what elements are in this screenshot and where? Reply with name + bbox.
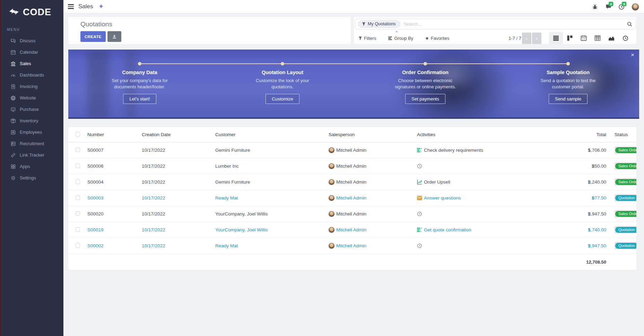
graph-view-button[interactable] [604, 32, 618, 44]
column-header-salesperson[interactable]: Salesperson [324, 132, 413, 137]
lets-start-button[interactable]: Let's start! [123, 94, 156, 104]
cell-number: S00006 [83, 163, 138, 169]
sidebar-item-invoicing[interactable]: Invoicing [1, 81, 63, 92]
calendar-view-button[interactable] [577, 32, 591, 44]
checklist-activity-icon [417, 148, 422, 153]
chart-activity-icon [417, 179, 422, 185]
table-row[interactable]: S00004 10/17/2022 Gemini Furniture Mitch… [68, 174, 636, 190]
cell-status: Sales Order [610, 210, 636, 218]
sidebar-item-label: Calendar [20, 50, 38, 55]
row-checkbox[interactable] [76, 195, 80, 200]
table-row[interactable]: S00019 10/17/2022 YourCompany, Joel Will… [68, 222, 636, 238]
messages-icon[interactable]: 5 [605, 4, 611, 10]
sidebar-item-settings[interactable]: Settings [1, 172, 63, 184]
filter-facet[interactable]: My Quotations [358, 20, 400, 28]
status-badge: Sales Order [615, 147, 636, 153]
cell-status: Sales Order [610, 147, 636, 154]
download-icon [112, 34, 117, 39]
timeline-dot [424, 62, 427, 65]
sidebar-item-label: Purchase [20, 107, 39, 112]
sidebar-item-apps[interactable]: Apps [1, 161, 63, 172]
activities-clock-icon[interactable]: 8 [618, 4, 625, 10]
search-input[interactable] [404, 21, 627, 27]
group-by-button[interactable]: Group By [388, 36, 413, 41]
column-header-number[interactable]: Number [83, 132, 138, 137]
salesperson-avatar [329, 179, 334, 185]
export-button[interactable] [107, 31, 121, 42]
status-badge: Sales Order [615, 163, 636, 169]
banner-close-icon[interactable]: × [631, 52, 634, 59]
table-row[interactable]: S00007 10/17/2022 Gemini Furniture Mitch… [68, 142, 636, 158]
activity-view-icon [623, 35, 628, 41]
row-checkbox[interactable] [76, 211, 80, 216]
send-sample-button[interactable]: Send sample [549, 94, 588, 104]
table-row[interactable]: S00020 10/17/2022 YourCompany, Joel Will… [68, 206, 636, 222]
row-checkbox[interactable] [76, 179, 80, 184]
favorites-button[interactable]: ★ Favorites [425, 36, 449, 41]
cell-activity[interactable] [413, 211, 538, 216]
column-header-activities[interactable]: Activities [413, 132, 538, 137]
clock-activity-icon [417, 211, 422, 216]
table-row[interactable]: S00006 10/17/2022 Lumber Inc Mitchell Ad… [68, 158, 636, 174]
filters-button[interactable]: Filters [358, 36, 376, 41]
table-row[interactable]: S00002 10/17/2022 Ready Mat Mitchell Adm… [68, 238, 636, 254]
cell-status: Sales Order [610, 162, 636, 170]
column-header-status[interactable]: Status [610, 132, 636, 137]
row-checkbox[interactable] [76, 148, 80, 152]
filter-facet-label: My Quotations [368, 21, 396, 26]
clock-activity-icon [417, 243, 422, 248]
select-all-checkbox[interactable] [76, 132, 80, 136]
row-checkbox[interactable] [76, 163, 80, 168]
salesperson-avatar [329, 163, 334, 169]
hamburger-menu-icon[interactable] [68, 4, 74, 9]
set-payments-button[interactable]: Set payments [405, 94, 445, 104]
sidebar-item-employees[interactable]: Employees [1, 126, 63, 138]
sidebar-item-dashboards[interactable]: Dashboards [1, 69, 63, 81]
cell-activity[interactable]: Order Upsell [413, 179, 538, 185]
onboarding-step-sample-quotation: Sample Quotation Send a quotation to tes… [520, 70, 617, 104]
sidebar-item-recruitment[interactable]: Recruitment [1, 138, 63, 149]
cell-activity[interactable]: Check delivery requirements [413, 148, 538, 153]
cell-number: S00003 [83, 195, 138, 201]
search-icon[interactable] [627, 21, 633, 27]
cell-activity[interactable]: Get quote confirmation [413, 227, 538, 232]
page-title: Quotations [80, 20, 351, 28]
search-bar[interactable]: My Quotations [355, 19, 636, 29]
list-view-button[interactable] [549, 32, 563, 44]
activities-badge: 8 [622, 2, 626, 6]
sidebar-item-link-tracker[interactable]: Link Tracker [1, 149, 63, 161]
row-checkbox[interactable] [76, 243, 80, 248]
sidebar-item-sales[interactable]: Sales [1, 58, 63, 69]
cell-activity[interactable] [413, 243, 538, 248]
onboarding-step-quotation-layout: Quotation Layout Customize the look of y… [234, 70, 331, 104]
logo[interactable]: CODE [1, 0, 63, 18]
sidebar-item-purchase[interactable]: Purchase [1, 104, 63, 115]
cell-total: $250.00 [538, 163, 610, 169]
column-header-total[interactable]: Total [538, 132, 610, 137]
cell-activity[interactable] [413, 163, 538, 169]
row-checkbox[interactable] [76, 227, 80, 232]
customize-button[interactable]: Customize [266, 94, 299, 104]
kanban-view-button[interactable] [563, 32, 577, 44]
user-avatar[interactable] [632, 3, 639, 11]
pager-next-button[interactable]: › [532, 33, 541, 44]
cell-status: Sales Order [610, 178, 636, 186]
employees-icon [10, 130, 16, 135]
sidebar-item-discuss[interactable]: Discuss [1, 35, 63, 46]
pivot-view-button[interactable] [591, 32, 604, 44]
column-header-customer[interactable]: Customer [211, 132, 324, 137]
cell-total: $1,706.00 [538, 148, 610, 153]
table-row[interactable]: S00003 10/17/2022 Ready Mat Mitchell Adm… [68, 190, 636, 206]
activity-view-button[interactable] [618, 32, 632, 44]
new-tab-button[interactable]: + [99, 2, 103, 10]
sidebar-item-inventory[interactable]: Inventory [1, 115, 63, 126]
cell-activity[interactable]: Answer questions [413, 195, 538, 201]
column-header-creation-date[interactable]: Creation Date [138, 132, 211, 137]
sidebar-item-calendar[interactable]: Calendar [1, 46, 63, 58]
recruitment-icon [10, 141, 16, 147]
cell-salesperson: Mitchell Admin [324, 147, 413, 153]
create-button[interactable]: CREATE [80, 31, 106, 42]
pager-prev-button[interactable]: ‹ [522, 33, 531, 44]
debug-bug-icon[interactable] [592, 4, 598, 10]
sidebar-item-website[interactable]: Website [1, 92, 63, 104]
